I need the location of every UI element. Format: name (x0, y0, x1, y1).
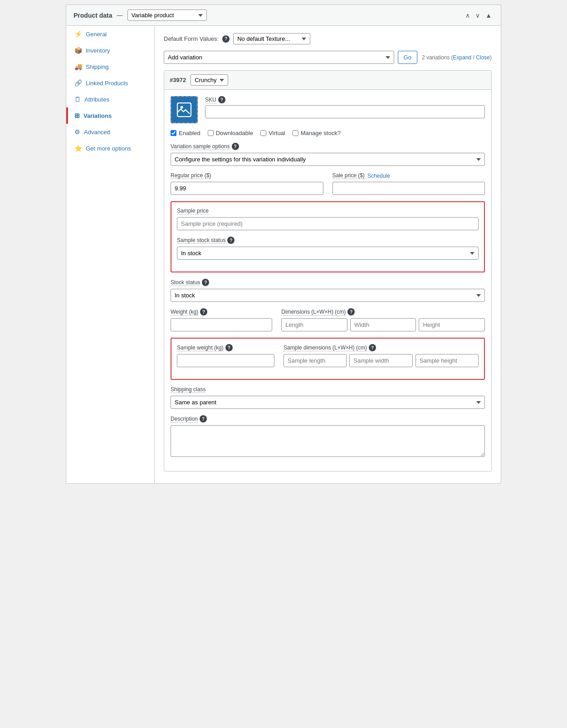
manage-stock-checkbox[interactable] (293, 130, 298, 136)
dimensions-group: Dimensions (L×W×H) (cm) ? (281, 308, 485, 331)
sidebar-item-variations[interactable]: ⊞ Variations (66, 107, 154, 124)
variation-sample-options-header: Variation sample options ? (171, 143, 485, 150)
regular-price-input[interactable] (171, 182, 323, 195)
variation-sample-options-label: Variation sample options (171, 143, 230, 150)
product-data-container: Product data — Variable product Simple p… (66, 5, 501, 484)
sidebar-item-linked-products[interactable]: 🔗 Linked Products (66, 75, 154, 91)
go-button[interactable]: Go (398, 51, 417, 64)
sidebar-item-get-more-options[interactable]: ⭐ Get more options (66, 140, 154, 156)
sample-stock-status-help-icon[interactable]: ? (227, 237, 235, 244)
downloadable-label: Downloadable (216, 130, 253, 136)
variations-count-text: 2 variations (422, 54, 450, 61)
sample-weight-input[interactable] (177, 354, 274, 367)
collapse-up-button[interactable]: ∧ (464, 11, 472, 20)
variation-image[interactable] (171, 96, 198, 123)
sample-stock-status-select[interactable]: In stock Out of stock On backorder (177, 247, 479, 260)
variation-sample-options-section: Variation sample options ? Configure the… (171, 143, 485, 166)
sample-weight-help-icon[interactable]: ? (225, 344, 233, 351)
regular-price-label: Regular price ($) (171, 172, 211, 179)
checkboxes-row: Enabled Downloadable Virtual Manage (171, 130, 485, 136)
schedule-link[interactable]: Schedule (367, 173, 390, 179)
stock-status-select[interactable]: In stock Out of stock On backorder (171, 289, 485, 302)
sidebar-item-shipping-label: Shipping (86, 63, 109, 70)
shipping-class-section: Shipping class Same as parent No shippin… (171, 386, 485, 409)
sale-price-label-row: Sale price ($) Schedule (332, 172, 485, 179)
svg-point-1 (181, 106, 183, 109)
downloadable-checkbox[interactable] (208, 130, 214, 136)
sample-dimensions-label-row: Sample dimensions (L×W×H) (cm) ? (284, 344, 479, 351)
texture-select[interactable]: No default Texture... (233, 33, 310, 44)
stock-status-header: Stock status ? (171, 279, 485, 286)
sale-price-input[interactable] (332, 182, 485, 195)
variation-name-select[interactable]: Crunchy Smooth (191, 74, 228, 86)
description-textarea[interactable] (171, 425, 485, 457)
product-type-select[interactable]: Variable product Simple product Grouped … (127, 10, 207, 21)
enabled-checkbox[interactable] (171, 130, 176, 136)
image-sku-row: SKU ? (171, 96, 485, 123)
sample-weight-label-row: Sample weight (kg) ? (177, 344, 274, 351)
shipping-icon: 🚚 (74, 63, 82, 70)
sample-dimensions-inputs (284, 354, 479, 367)
sample-weight-dims-section: Sample weight (kg) ? Sample dimensions (… (171, 338, 485, 380)
enabled-checkbox-label[interactable]: Enabled (171, 130, 200, 136)
manage-stock-checkbox-label[interactable]: Manage stock? (293, 130, 341, 136)
sample-width-input[interactable] (349, 354, 412, 367)
sample-stock-status-header: Sample stock status ? (177, 237, 479, 244)
sidebar-item-get-more-options-label: Get more options (86, 145, 131, 152)
sale-price-group: Sale price ($) Schedule (332, 172, 485, 195)
length-input[interactable] (281, 318, 347, 331)
sample-weight-group: Sample weight (kg) ? (177, 344, 274, 367)
product-data-header: Product data — Variable product Simple p… (66, 5, 501, 26)
variation-sample-options-select[interactable]: Configure the settings for this variatio… (171, 153, 485, 166)
sidebar-item-variations-label: Variations (83, 112, 112, 119)
collapse-down-button[interactable]: ∨ (474, 11, 482, 20)
sample-price-input[interactable] (177, 217, 479, 230)
sample-height-input[interactable] (415, 354, 479, 367)
variations-count: 2 variations (Expand / Close) (422, 54, 492, 61)
sku-label: SKU (205, 97, 216, 103)
sample-weight-dims-row: Sample weight (kg) ? Sample dimensions (… (177, 344, 479, 367)
sidebar-item-shipping[interactable]: 🚚 Shipping (66, 58, 154, 75)
width-input[interactable] (350, 318, 416, 331)
description-header: Description ? (171, 415, 485, 422)
weight-input[interactable] (171, 318, 272, 331)
variation-body: SKU ? Enabled (164, 90, 491, 471)
sample-dimensions-help-icon[interactable]: ? (369, 344, 376, 351)
close-link[interactable]: Close (476, 54, 490, 61)
sidebar-item-general[interactable]: ⚡ General (66, 26, 154, 42)
weight-dims-row: Weight (kg) ? Dimensions (L×W×H) (cm) ? (171, 308, 485, 331)
weight-help-icon[interactable]: ? (200, 308, 207, 315)
virtual-checkbox[interactable] (260, 130, 266, 136)
sample-length-input[interactable] (284, 354, 347, 367)
advanced-icon: ⚙ (74, 128, 80, 136)
expand-button[interactable]: ▲ (484, 11, 494, 20)
dimensions-help-icon[interactable]: ? (347, 308, 355, 315)
regular-price-label-row: Regular price ($) (171, 172, 323, 179)
downloadable-checkbox-label[interactable]: Downloadable (208, 130, 253, 136)
variation-left: Add variation Go (164, 51, 417, 64)
sidebar: ⚡ General 📦 Inventory 🚚 Shipping 🔗 Linke… (66, 26, 155, 483)
expand-link[interactable]: Expand (453, 54, 472, 61)
sample-price-header: Sample price (177, 208, 479, 214)
stock-status-help-icon[interactable]: ? (202, 279, 209, 286)
description-help-icon[interactable]: ? (200, 415, 207, 422)
sidebar-item-attributes[interactable]: 🗒 Attributes (66, 91, 154, 107)
default-form-values-help-icon[interactable]: ? (222, 35, 230, 43)
sidebar-item-inventory[interactable]: 📦 Inventory (66, 42, 154, 58)
sku-help-icon[interactable]: ? (218, 96, 225, 103)
variation-sample-options-help-icon[interactable]: ? (232, 143, 239, 150)
header-arrows: ∧ ∨ ▲ (464, 11, 494, 20)
shipping-class-select[interactable]: Same as parent No shipping class (171, 396, 485, 409)
virtual-checkbox-label[interactable]: Virtual (260, 130, 285, 136)
description-label: Description (171, 416, 198, 422)
sidebar-item-attributes-label: Attributes (84, 96, 109, 103)
shipping-class-label: Shipping class (171, 386, 205, 393)
sku-input[interactable] (205, 105, 485, 118)
sample-price-label: Sample price (177, 208, 209, 214)
weight-label-row: Weight (kg) ? (171, 308, 272, 315)
sidebar-item-advanced[interactable]: ⚙ Advanced (66, 124, 154, 140)
product-data-body: ⚡ General 📦 Inventory 🚚 Shipping 🔗 Linke… (66, 26, 501, 483)
height-input[interactable] (419, 318, 485, 331)
regular-price-group: Regular price ($) (171, 172, 323, 195)
add-variation-select[interactable]: Add variation (164, 51, 394, 64)
